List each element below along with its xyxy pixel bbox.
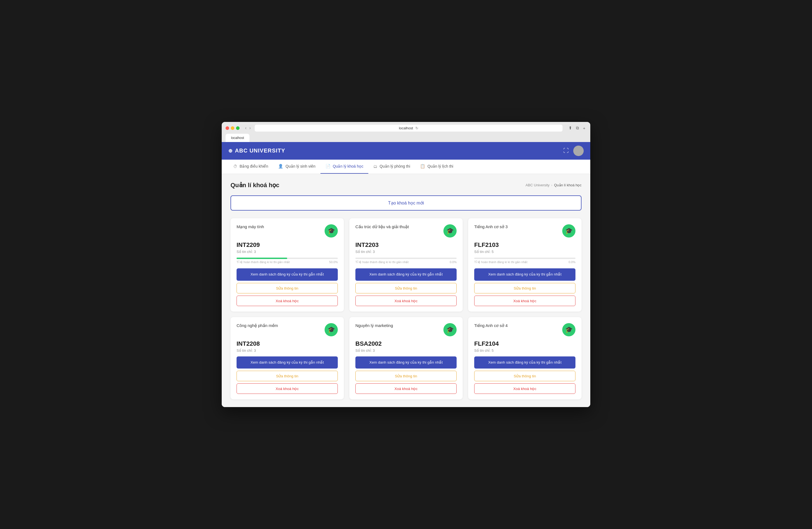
- nav-item-courses[interactable]: 📄 Quản lý khoá học: [320, 159, 368, 174]
- browser-nav-buttons: ‹ ›: [244, 125, 252, 131]
- nav-label-courses: Quản lý khoá học: [333, 164, 363, 169]
- create-course-button[interactable]: Tạo khoá học mới: [231, 196, 581, 211]
- delete-course-button[interactable]: Xoá khoá học: [356, 383, 456, 394]
- browser-actions: ⬆ ⧉ +: [567, 125, 586, 131]
- course-icon: 🎓: [444, 224, 456, 238]
- edit-course-button[interactable]: Sửa thông tin: [356, 283, 456, 294]
- edit-course-button[interactable]: Sửa thông tin: [356, 371, 456, 381]
- minimize-dot[interactable]: [231, 126, 234, 130]
- nav-label-dashboard: Bảng điều khiển: [240, 164, 268, 169]
- fullscreen-button[interactable]: ⛶: [563, 147, 569, 154]
- delete-course-button[interactable]: Xoá khoá học: [474, 296, 576, 306]
- view-registrations-button[interactable]: Xem danh sách đăng ký của kỳ thi gần nhấ…: [236, 268, 338, 281]
- breadcrumb-separator: ›: [551, 183, 552, 187]
- browser-dots: [226, 126, 240, 130]
- edit-course-button[interactable]: Sửa thông tin: [236, 371, 338, 381]
- app-title: ABC UNIVERSITY: [235, 147, 285, 154]
- progress-percent: 0.0%: [568, 260, 576, 264]
- course-title: Công nghệ phần mềm: [236, 323, 278, 328]
- progress-text: Tỉ lệ hoàn thành đăng kí kì thi gần nhất: [474, 260, 527, 264]
- schedule-icon: 📋: [420, 164, 425, 169]
- app-logo: ⊕ ABC UNIVERSITY: [228, 147, 285, 154]
- course-title: Cấu trúc dữ liệu và giải thuật: [356, 224, 409, 229]
- course-title: Mạng máy tính: [236, 224, 264, 229]
- card-header: Cấu trúc dữ liệu và giải thuật 🎓: [356, 224, 456, 238]
- browser-window: ‹ › localhost ↻ ⬆ ⧉ + localhost ⊕ ABC UN…: [222, 122, 590, 408]
- page-header: Quản lí khoá học ABC University › Quản l…: [231, 182, 581, 189]
- students-icon: 👤: [278, 164, 283, 169]
- card-header: Công nghệ phần mềm 🎓: [236, 323, 338, 336]
- progress-bar-bg: [236, 258, 338, 259]
- progress-text: Tỉ lệ hoàn thành đăng kí kì thi gần nhất: [236, 260, 290, 264]
- new-tab-button[interactable]: ⧉: [575, 125, 580, 131]
- browser-top-bar: ‹ › localhost ↻ ⬆ ⧉ +: [226, 125, 586, 131]
- browser-chrome: ‹ › localhost ↻ ⬆ ⧉ + localhost: [222, 122, 590, 142]
- course-credits: Số tín chỉ: 5: [474, 249, 576, 254]
- progress-bar-bg: [356, 258, 456, 259]
- add-button[interactable]: +: [582, 125, 586, 131]
- browser-tab[interactable]: localhost: [226, 134, 249, 142]
- reload-icon[interactable]: ↻: [415, 126, 418, 130]
- nav-item-students[interactable]: 👤 Quản lý sinh viên: [273, 159, 320, 174]
- share-button[interactable]: ⬆: [567, 125, 573, 131]
- progress-section: Tỉ lệ hoàn thành đăng kí kì thi gần nhất…: [474, 258, 576, 264]
- exam-rooms-icon: 🗂: [373, 164, 377, 169]
- courses-icon: 📄: [325, 164, 331, 169]
- nav-item-schedule[interactable]: 📋 Quản lý lịch thi: [415, 159, 458, 174]
- course-credits: Số tín chỉ: 5: [474, 348, 576, 353]
- course-icon: 🎓: [444, 323, 456, 336]
- edit-course-button[interactable]: Sửa thông tin: [474, 371, 576, 381]
- course-code: INT2203: [356, 241, 456, 248]
- course-title: Nguyên lý marketing: [356, 323, 393, 328]
- course-credits: Số tín chỉ: 3: [356, 348, 456, 353]
- breadcrumb-root: ABC University: [525, 183, 549, 187]
- app-nav: ⏱ Bảng điều khiển 👤 Quản lý sinh viên 📄 …: [222, 160, 590, 174]
- course-icon: 🎓: [324, 224, 338, 238]
- view-registrations-button[interactable]: Xem danh sách đăng ký của kỳ thi gần nhấ…: [356, 356, 456, 369]
- view-registrations-button[interactable]: Xem danh sách đăng ký của kỳ thi gần nhấ…: [356, 268, 456, 281]
- nav-label-schedule: Quản lý lịch thi: [427, 164, 453, 169]
- course-icon: 🎓: [562, 323, 576, 336]
- maximize-dot[interactable]: [236, 126, 240, 130]
- nav-item-exam-rooms[interactable]: 🗂 Quản lý phòng thi: [368, 159, 415, 174]
- url-text: localhost: [399, 126, 413, 130]
- course-card: Nguyên lý marketing 🎓 BSA2002 Số tín chỉ…: [349, 317, 463, 400]
- course-icon: 🎓: [562, 224, 576, 238]
- edit-course-button[interactable]: Sửa thông tin: [236, 283, 338, 294]
- delete-course-button[interactable]: Xoá khoá học: [236, 296, 338, 306]
- delete-course-button[interactable]: Xoá khoá học: [356, 296, 456, 306]
- browser-forward-button[interactable]: ›: [248, 125, 252, 131]
- view-registrations-button[interactable]: Xem danh sách đăng ký của kỳ thi gần nhấ…: [236, 356, 338, 369]
- view-registrations-button[interactable]: Xem danh sách đăng ký của kỳ thi gần nhấ…: [474, 356, 576, 369]
- progress-label: Tỉ lệ hoàn thành đăng kí kì thi gần nhất…: [356, 260, 456, 264]
- course-card: Cấu trúc dữ liệu và giải thuật 🎓 INT2203…: [349, 218, 463, 312]
- course-code: FLF2103: [474, 241, 576, 248]
- course-code: INT2209: [236, 241, 338, 248]
- nav-item-dashboard[interactable]: ⏱ Bảng điều khiển: [228, 159, 273, 174]
- progress-text: Tỉ lệ hoàn thành đăng kí kì thi gần nhất: [356, 260, 408, 264]
- delete-course-button[interactable]: Xoá khoá học: [474, 383, 576, 394]
- header-right: ⛶: [563, 146, 584, 156]
- page-title: Quản lí khoá học: [231, 182, 279, 189]
- course-card: Tiếng Anh cơ sở 4 🎓 FLF2104 Số tín chỉ: …: [468, 317, 581, 400]
- avatar[interactable]: [573, 146, 584, 156]
- course-code: INT2208: [236, 340, 338, 347]
- course-credits: Số tín chỉ: 3: [356, 249, 456, 254]
- card-header: Mạng máy tính 🎓: [236, 224, 338, 238]
- browser-url-bar[interactable]: localhost ↻: [255, 125, 563, 131]
- browser-back-button[interactable]: ‹: [244, 125, 248, 131]
- card-header: Tiếng Anh cơ sở 3 🎓: [474, 224, 576, 238]
- close-dot[interactable]: [226, 126, 229, 130]
- delete-course-button[interactable]: Xoá khoá học: [236, 383, 338, 394]
- browser-tab-bar: localhost: [226, 134, 586, 142]
- logo-icon: ⊕: [228, 148, 233, 154]
- course-title: Tiếng Anh cơ sở 3: [474, 224, 508, 229]
- dashboard-icon: ⏱: [233, 164, 237, 169]
- nav-label-students: Quản lý sinh viên: [286, 164, 316, 169]
- view-registrations-button[interactable]: Xem danh sách đăng ký của kỳ thi gần nhấ…: [474, 268, 576, 281]
- course-code: FLF2104: [474, 340, 576, 347]
- progress-bar-bg: [474, 258, 576, 259]
- progress-percent: 50.0%: [329, 260, 338, 264]
- progress-label: Tỉ lệ hoàn thành đăng kí kì thi gần nhất…: [474, 260, 576, 264]
- edit-course-button[interactable]: Sửa thông tin: [474, 283, 576, 294]
